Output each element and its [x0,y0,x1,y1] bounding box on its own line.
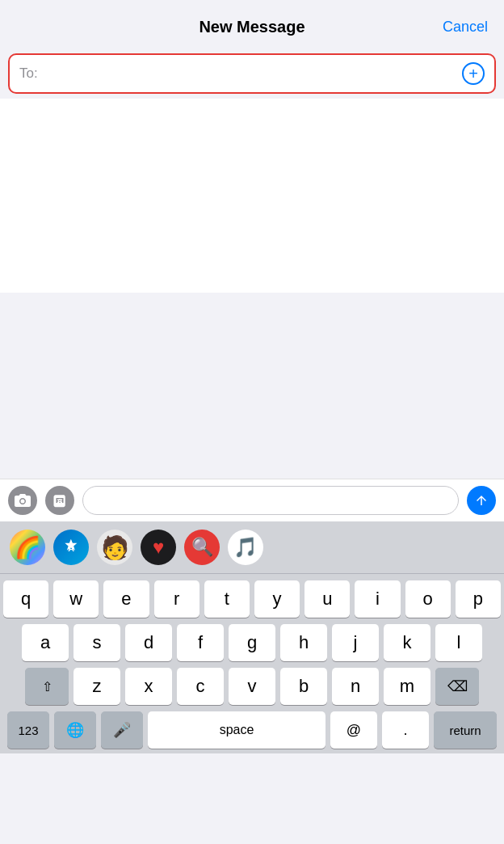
photos-app-button[interactable]: 🌈 [10,530,45,565]
keyboard-row-2: a s d f g h j k l [3,624,501,661]
send-icon [474,493,489,508]
message-area [0,99,504,293]
key-y[interactable]: y [254,580,300,618]
apps-row: 🌈 A 🧑 ♥ 🔍 🎵 [0,521,504,574]
space-key[interactable]: space [148,711,326,749]
key-d[interactable]: d [125,624,172,661]
period-key[interactable]: . [382,711,429,749]
memoji-app-button[interactable]: 🧑 [97,530,132,565]
add-recipient-button[interactable] [462,62,485,85]
key-n[interactable]: n [332,668,379,705]
backspace-key[interactable]: ⌫ [435,668,479,705]
key-g[interactable]: g [229,624,275,661]
key-t[interactable]: t [204,580,250,618]
svg-text:A: A [57,496,62,505]
key-s[interactable]: s [74,624,120,661]
key-c[interactable]: c [177,668,224,705]
key-k[interactable]: k [384,624,430,661]
key-h[interactable]: h [280,624,327,661]
key-b[interactable]: b [280,668,327,705]
keyboard-row-bottom: 123 🌐 🎤 space @ . return [3,711,501,753]
camera-button[interactable] [8,486,37,515]
to-label: To: [19,65,38,82]
music-app-button[interactable]: 🎵 [228,530,263,565]
key-l[interactable]: l [435,624,482,661]
key-f[interactable]: f [177,624,224,661]
mic-key[interactable]: 🎤 [101,711,143,749]
toolbar: A [0,479,504,521]
cancel-button[interactable]: Cancel [431,19,488,36]
appstore-app-button[interactable]: A [53,530,89,565]
key-z[interactable]: z [74,668,120,705]
keyboard-row-1: q w e r t y u i o p [3,580,501,618]
apps-button[interactable]: A [45,486,74,515]
message-input-wrap [82,486,459,515]
key-j[interactable]: j [332,624,379,661]
to-field-container: To: [8,53,496,94]
page-title: New Message [73,18,431,36]
svg-text:A: A [68,543,74,553]
key-e[interactable]: e [103,580,149,618]
keyboard: q w e r t y u i o p a s d f g h j k l ⇧ … [0,574,504,753]
apps-icon: A [52,493,67,508]
appstore-icon: A [60,536,82,559]
key-u[interactable]: u [304,580,350,618]
key-o[interactable]: o [405,580,451,618]
at-key[interactable]: @ [330,711,377,749]
camera-icon [15,494,31,507]
svg-point-0 [21,500,25,504]
shift-key[interactable]: ⇧ [25,668,69,705]
keyboard-row-3: ⇧ z x c v b n m ⌫ [3,668,501,705]
return-key[interactable]: return [434,711,497,749]
key-a[interactable]: a [22,624,69,661]
key-i[interactable]: i [355,580,400,618]
heart-app-button[interactable]: ♥ [141,530,176,565]
header: New Message Cancel [0,0,504,49]
key-m[interactable]: m [384,668,430,705]
message-input[interactable] [91,494,450,508]
key-v[interactable]: v [229,668,275,705]
search-app-button[interactable]: 🔍 [184,530,220,565]
key-r[interactable]: r [154,580,200,618]
send-button[interactable] [467,486,496,515]
key-x[interactable]: x [125,668,172,705]
to-input[interactable] [43,65,462,82]
globe-key[interactable]: 🌐 [54,711,96,749]
key-q[interactable]: q [3,580,48,618]
key-p[interactable]: p [456,580,501,618]
key-w[interactable]: w [53,580,99,618]
numbers-key[interactable]: 123 [7,711,49,749]
